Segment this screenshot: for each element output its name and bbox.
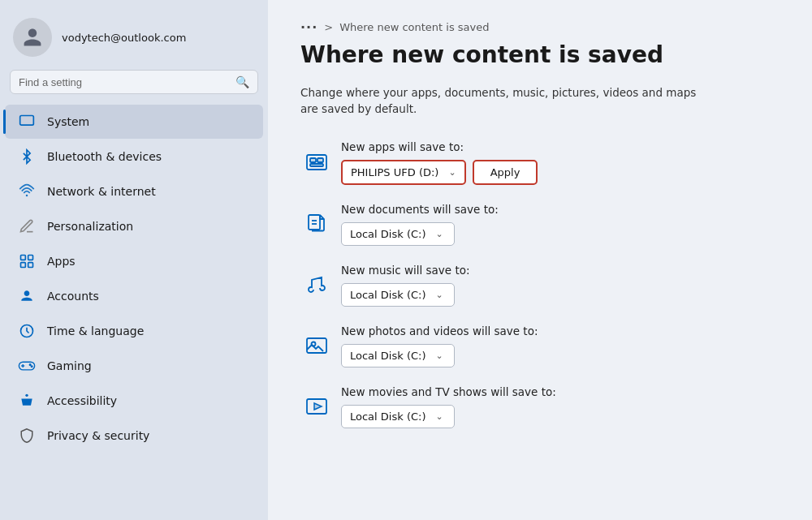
- movies-setting-icon: [300, 390, 333, 423]
- photos-setting-info: New photos and videos will save to: Loca…: [341, 324, 780, 367]
- movies-setting-row: New movies and TV shows will save to: Lo…: [300, 385, 780, 428]
- page-title: Where new content is saved: [300, 41, 780, 68]
- photos-dropdown[interactable]: Local Disk (C:) ⌄: [341, 344, 455, 367]
- apps-setting-icon: [300, 146, 333, 178]
- apps-setting-label: New apps will save to:: [341, 140, 780, 153]
- apps-apply-button[interactable]: Apply: [473, 160, 538, 185]
- sidebar-item-label: Bluetooth & devices: [47, 150, 162, 163]
- movies-setting-info: New movies and TV shows will save to: Lo…: [341, 385, 780, 428]
- music-setting-info: New music will save to: Local Disk (C:) …: [341, 264, 780, 307]
- documents-setting-controls: Local Disk (C:) ⌄: [341, 222, 780, 246]
- svg-rect-0: [20, 116, 34, 126]
- sidebar-item-label: Network & internet: [47, 185, 156, 198]
- nav-list: System Bluetooth & devices Network & int…: [0, 104, 268, 520]
- sidebar-item-label: Time & language: [47, 324, 144, 337]
- page-description: Change where your apps, documents, music…: [300, 84, 780, 118]
- apps-dropdown-arrow: ⌄: [448, 167, 456, 178]
- network-icon: [18, 183, 36, 200]
- movies-setting-controls: Local Disk (C:) ⌄: [341, 405, 780, 428]
- breadcrumb-dots: ···: [300, 19, 317, 35]
- documents-setting-info: New documents will save to: Local Disk (…: [341, 203, 780, 246]
- documents-setting-row: New documents will save to: Local Disk (…: [300, 203, 780, 246]
- photos-setting-icon: [300, 329, 333, 362]
- photos-dropdown-value: Local Disk (C:): [350, 350, 425, 362]
- privacy-icon: [18, 427, 36, 445]
- sidebar-item-accessibility[interactable]: Accessibility: [5, 384, 263, 418]
- sidebar-item-label: Gaming: [47, 359, 92, 372]
- music-setting-row: New music will save to: Local Disk (C:) …: [300, 264, 780, 307]
- apps-dropdown-value: PHILIPS UFD (D:): [351, 166, 438, 178]
- search-icon: 🔍: [235, 75, 249, 88]
- sidebar-item-bluetooth[interactable]: Bluetooth & devices: [5, 140, 263, 174]
- sidebar-item-label: Personalization: [47, 220, 133, 233]
- music-setting-label: New music will save to:: [341, 264, 780, 277]
- avatar: [13, 18, 52, 57]
- svg-point-1: [26, 195, 28, 197]
- user-profile[interactable]: vodytech@outlook.com: [0, 8, 268, 70]
- main-content: ··· > Where new content is saved Where n…: [268, 0, 812, 520]
- user-icon: [22, 27, 43, 48]
- music-dropdown-arrow: ⌄: [435, 290, 443, 300]
- documents-dropdown-arrow: ⌄: [435, 229, 443, 239]
- photos-setting-row: New photos and videos will save to: Loca…: [300, 324, 780, 367]
- sidebar-item-accounts[interactable]: Accounts: [5, 279, 263, 313]
- apps-dropdown[interactable]: PHILIPS UFD (D:) ⌄: [341, 160, 466, 185]
- movies-dropdown-value: Local Disk (C:): [350, 410, 425, 423]
- sidebar-item-label: Apps: [47, 255, 76, 268]
- photos-dropdown-arrow: ⌄: [435, 350, 443, 361]
- svg-point-10: [29, 364, 31, 366]
- search-input[interactable]: [19, 76, 229, 88]
- documents-setting-label: New documents will save to:: [341, 203, 780, 216]
- movies-dropdown-arrow: ⌄: [435, 411, 443, 422]
- svg-marker-23: [314, 403, 322, 410]
- svg-rect-3: [28, 256, 33, 260]
- breadcrumb-arrow: >: [324, 21, 333, 33]
- svg-rect-17: [309, 215, 320, 230]
- svg-rect-16: [310, 164, 323, 166]
- sidebar-item-network[interactable]: Network & internet: [5, 174, 263, 208]
- gaming-icon: [18, 357, 36, 375]
- documents-dropdown[interactable]: Local Disk (C:) ⌄: [341, 222, 455, 246]
- sidebar-item-time[interactable]: Time & language: [5, 314, 263, 348]
- apps-setting-info: New apps will save to: PHILIPS UFD (D:) …: [341, 140, 780, 185]
- accounts-icon: [18, 287, 36, 305]
- svg-rect-15: [317, 158, 323, 162]
- svg-rect-2: [21, 256, 26, 260]
- svg-rect-4: [21, 263, 26, 268]
- documents-dropdown-value: Local Disk (C:): [350, 228, 425, 240]
- sidebar-item-apps[interactable]: Apps: [5, 244, 263, 278]
- music-setting-controls: Local Disk (C:) ⌄: [341, 283, 780, 307]
- sidebar-item-system[interactable]: System: [5, 105, 263, 139]
- user-email-label: vodytech@outlook.com: [62, 32, 186, 44]
- photos-setting-label: New photos and videos will save to:: [341, 324, 780, 337]
- apps-icon: [18, 252, 36, 270]
- sidebar: vodytech@outlook.com 🔍 System Bluetooth …: [0, 0, 268, 520]
- personalization-icon: [18, 217, 36, 235]
- sidebar-item-privacy[interactable]: Privacy & security: [5, 419, 263, 453]
- breadcrumb-title: Where new content is saved: [339, 21, 489, 33]
- search-box[interactable]: 🔍: [10, 70, 258, 94]
- system-icon: [18, 113, 36, 131]
- apps-setting-controls: PHILIPS UFD (D:) ⌄ Apply: [341, 160, 780, 185]
- documents-setting-icon: [300, 208, 333, 240]
- accessibility-icon: [18, 392, 36, 410]
- sidebar-item-label: Privacy & security: [47, 429, 149, 442]
- svg-rect-14: [310, 158, 316, 162]
- svg-point-11: [31, 366, 32, 367]
- svg-rect-5: [28, 263, 33, 268]
- music-setting-icon: [300, 269, 333, 301]
- sidebar-item-gaming[interactable]: Gaming: [5, 349, 263, 383]
- sidebar-item-label: Accounts: [47, 290, 99, 303]
- music-dropdown[interactable]: Local Disk (C:) ⌄: [341, 283, 455, 307]
- music-dropdown-value: Local Disk (C:): [350, 289, 425, 301]
- sidebar-item-personalization[interactable]: Personalization: [5, 209, 263, 243]
- svg-point-12: [25, 394, 28, 397]
- movies-dropdown[interactable]: Local Disk (C:) ⌄: [341, 405, 455, 428]
- sidebar-item-label: System: [47, 115, 89, 128]
- apps-setting-row: New apps will save to: PHILIPS UFD (D:) …: [300, 140, 780, 185]
- movies-setting-label: New movies and TV shows will save to:: [341, 385, 780, 398]
- sidebar-item-label: Accessibility: [47, 394, 117, 407]
- photos-setting-controls: Local Disk (C:) ⌄: [341, 344, 780, 367]
- breadcrumb: ··· > Where new content is saved: [300, 19, 780, 35]
- time-icon: [18, 322, 36, 340]
